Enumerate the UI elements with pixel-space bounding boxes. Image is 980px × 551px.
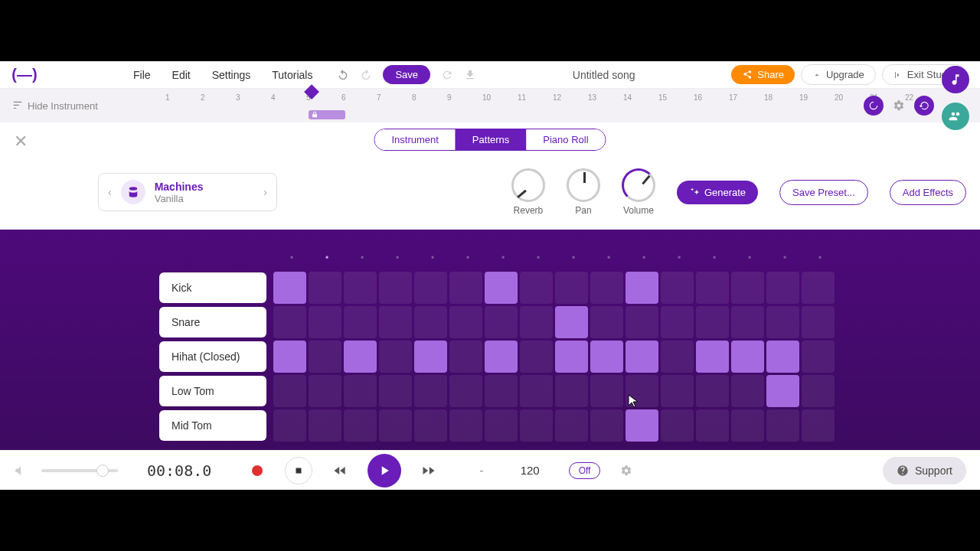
pattern-cell[interactable]	[696, 341, 729, 373]
pattern-cell[interactable]	[485, 306, 518, 338]
pattern-cell[interactable]	[379, 375, 412, 407]
menu-edit[interactable]: Edit	[172, 69, 191, 81]
pattern-cell[interactable]	[449, 306, 482, 338]
pattern-cell[interactable]	[555, 341, 588, 373]
pattern-cell[interactable]	[802, 341, 835, 373]
pattern-cell[interactable]	[485, 409, 518, 442]
pattern-cell[interactable]	[731, 409, 764, 442]
pattern-cell[interactable]	[802, 306, 835, 338]
pattern-cell[interactable]	[696, 272, 729, 304]
pattern-cell[interactable]	[626, 306, 658, 338]
pattern-cell[interactable]	[661, 375, 694, 407]
pattern-cell[interactable]	[766, 341, 799, 373]
pattern-cell[interactable]	[520, 409, 553, 442]
side-collab-button[interactable]	[942, 103, 969, 130]
pattern-cell[interactable]	[379, 409, 412, 442]
forward-button[interactable]	[415, 457, 443, 484]
refresh-icon[interactable]	[441, 69, 453, 81]
track-label[interactable]: Snare	[159, 307, 266, 337]
pattern-cell[interactable]	[520, 375, 553, 407]
pattern-cell[interactable]	[414, 409, 447, 442]
tab-patterns[interactable]: Patterns	[456, 129, 526, 150]
track-label[interactable]: Hihat (Closed)	[159, 341, 266, 372]
pattern-cell[interactable]	[449, 272, 482, 304]
record-button[interactable]	[243, 457, 271, 484]
save-button[interactable]: Save	[383, 65, 430, 84]
pattern-cell[interactable]	[731, 306, 764, 338]
timeline-ruler[interactable]: 12345678910111213141516171819202122	[165, 89, 888, 122]
track-label[interactable]: Mid Tom	[159, 410, 266, 441]
speaker-icon[interactable]	[14, 464, 28, 478]
pattern-cell[interactable]	[802, 409, 835, 442]
bpm-display[interactable]: 120	[521, 464, 540, 477]
pan-knob[interactable]: Pan	[567, 168, 600, 216]
add-effects-button[interactable]: Add Effects	[890, 180, 966, 205]
pattern-cell[interactable]	[273, 306, 306, 338]
pattern-cell[interactable]	[661, 341, 694, 373]
pattern-cell[interactable]	[379, 306, 412, 338]
pattern-cell[interactable]	[626, 409, 658, 442]
upgrade-button[interactable]: Upgrade	[801, 64, 876, 85]
undo-icon[interactable]	[337, 69, 349, 81]
loop-range[interactable]	[309, 110, 345, 119]
pattern-cell[interactable]	[414, 341, 447, 373]
pattern-cell[interactable]	[309, 272, 341, 304]
pattern-cell[interactable]	[414, 375, 447, 407]
pattern-cell[interactable]	[414, 272, 447, 304]
stop-button[interactable]	[285, 457, 312, 484]
volume-knob[interactable]: Volume	[622, 168, 655, 216]
pattern-cell[interactable]	[520, 272, 553, 304]
pattern-cell[interactable]	[273, 272, 306, 304]
chevron-right-icon[interactable]: ›	[263, 186, 267, 198]
close-icon[interactable]: ✕	[14, 132, 28, 152]
chevron-left-icon[interactable]: ‹	[108, 186, 112, 198]
pattern-cell[interactable]	[802, 272, 835, 304]
pattern-cell[interactable]	[555, 272, 588, 304]
pattern-cell[interactable]	[309, 306, 341, 338]
support-button[interactable]: Support	[883, 457, 966, 484]
pattern-cell[interactable]	[661, 409, 694, 442]
tab-piano-roll[interactable]: Piano Roll	[526, 129, 605, 150]
metronome-toggle[interactable]: Off	[569, 462, 601, 479]
pattern-cell[interactable]	[449, 409, 482, 442]
pattern-cell[interactable]	[766, 409, 799, 442]
track-label[interactable]: Kick	[159, 272, 266, 303]
download-icon[interactable]	[464, 69, 476, 81]
menu-settings[interactable]: Settings	[212, 69, 251, 81]
instrument-selector[interactable]: ‹ Machines Vanilla ›	[98, 173, 277, 211]
track-label[interactable]: Low Tom	[159, 376, 266, 406]
redo-icon[interactable]	[360, 69, 372, 81]
app-logo[interactable]: (—)	[14, 64, 35, 86]
pattern-cell[interactable]	[309, 341, 341, 373]
transport-gear-icon[interactable]	[620, 465, 632, 477]
pattern-cell[interactable]	[449, 375, 482, 407]
pattern-cell[interactable]	[590, 409, 623, 442]
pattern-cell[interactable]	[379, 272, 412, 304]
pattern-cell[interactable]	[520, 306, 553, 338]
rewind-button[interactable]	[326, 457, 354, 484]
pattern-cell[interactable]	[555, 306, 588, 338]
pattern-cell[interactable]	[309, 409, 341, 442]
pattern-cell[interactable]	[344, 375, 377, 407]
pattern-cell[interactable]	[731, 375, 764, 407]
pattern-cell[interactable]	[344, 409, 377, 442]
side-music-button[interactable]	[942, 66, 969, 93]
pattern-cell[interactable]	[520, 341, 553, 373]
timeline[interactable]: Hide Instrument 123456789101112131415161…	[0, 89, 980, 122]
timeline-action-2[interactable]	[914, 96, 934, 116]
menu-tutorials[interactable]: Tutorials	[272, 69, 312, 81]
tab-instrument[interactable]: Instrument	[374, 129, 455, 150]
pattern-cell[interactable]	[696, 409, 729, 442]
pattern-cell[interactable]	[449, 341, 482, 373]
pattern-cell[interactable]	[696, 306, 729, 338]
pattern-cell[interactable]	[626, 341, 658, 373]
hide-instrument-toggle[interactable]: Hide Instrument	[12, 100, 98, 112]
pattern-cell[interactable]	[731, 341, 764, 373]
pattern-cell[interactable]	[590, 341, 623, 373]
pattern-cell[interactable]	[731, 272, 764, 304]
pattern-cell[interactable]	[273, 409, 306, 442]
pattern-cell[interactable]	[485, 375, 518, 407]
pattern-cell[interactable]	[414, 306, 447, 338]
song-title[interactable]: Untitled song	[573, 69, 635, 81]
pattern-cell[interactable]	[379, 341, 412, 373]
